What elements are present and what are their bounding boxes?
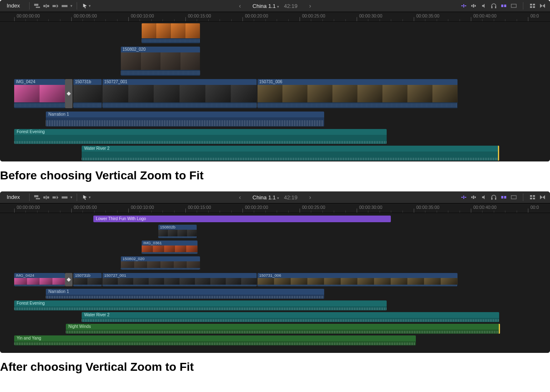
timeline-ruler[interactable]: 00:00:00:0000:00:05:0000:00:10:0000:00:1…: [0, 12, 550, 22]
overwrite-clip-icon[interactable]: [61, 2, 68, 9]
audio-clip[interactable]: Yin and Yang: [14, 335, 416, 345]
project-name[interactable]: China 1.1: [252, 194, 276, 201]
title-clip[interactable]: Lower Third Fun With Logo: [93, 216, 391, 222]
prev-edit-button[interactable]: ‹: [235, 2, 245, 9]
connected-clip[interactable]: 150802_020: [121, 47, 200, 76]
separator: [523, 2, 523, 10]
audio-clip[interactable]: Narration 1: [46, 112, 324, 127]
timeline-tracks[interactable]: Lower Third Fun With Logo 150802b IMG_03…: [0, 213, 550, 353]
primary-clip[interactable]: 150727_001: [102, 79, 257, 108]
svg-rect-29: [491, 198, 492, 200]
next-edit-button[interactable]: ›: [305, 2, 315, 9]
connected-clip[interactable]: IMG_0361: [142, 241, 198, 254]
clip-label: 150802b: [158, 225, 197, 230]
audio-clip[interactable]: Water River 2: [82, 312, 499, 322]
chevron-down-icon: ▾: [89, 195, 91, 199]
separator: [29, 194, 30, 201]
connected-clip[interactable]: 150802b: [158, 225, 197, 238]
svg-rect-4: [46, 4, 47, 8]
clip-label: Water River 2: [82, 146, 499, 151]
clip-appearance-icon[interactable]: [510, 3, 517, 9]
clip-label: IMG_0424: [14, 273, 65, 278]
clip-label: Narration 1: [46, 289, 324, 295]
svg-rect-33: [511, 196, 516, 199]
svg-rect-32: [504, 196, 506, 198]
timeline-ruler[interactable]: 00:00:00:0000:00:05:0000:00:10:0000:00:1…: [0, 203, 550, 213]
append-clip-icon[interactable]: [52, 2, 59, 9]
audio-clip[interactable]: Night Winds: [66, 324, 500, 334]
connected-clip[interactable]: [142, 23, 200, 43]
audio-clip[interactable]: Water River 2: [82, 146, 499, 161]
clip-label: 150731_006: [258, 273, 458, 278]
primary-clip[interactable]: 150731_006: [258, 273, 458, 286]
audio-skimming-icon[interactable]: [470, 3, 477, 9]
svg-rect-17: [530, 6, 532, 8]
primary-clip[interactable]: 150731_006: [258, 79, 458, 108]
primary-clip[interactable]: 150731b: [73, 79, 102, 108]
audio-clip[interactable]: Narration 1: [46, 289, 324, 299]
audio-clip[interactable]: Forest Evening: [14, 129, 387, 144]
index-button[interactable]: Index: [0, 0, 27, 12]
timeline-tracks[interactable]: 150802_020 IMG_0424 150731b: [0, 22, 550, 161]
effects-browser-icon[interactable]: [529, 194, 536, 200]
clip-appearance-icon[interactable]: [510, 194, 517, 200]
svg-rect-21: [43, 196, 45, 198]
transition-handle[interactable]: [65, 79, 72, 108]
transition-handle[interactable]: [65, 273, 72, 286]
transitions-browser-icon[interactable]: [539, 3, 546, 9]
svg-rect-22: [47, 196, 49, 198]
svg-rect-5: [52, 5, 56, 7]
tool-selector[interactable]: ▾: [80, 3, 93, 9]
separator: [77, 2, 77, 10]
svg-rect-25: [62, 196, 68, 198]
connect-clip-icon[interactable]: [34, 194, 40, 201]
headphones-icon[interactable]: [490, 194, 497, 200]
next-edit-button[interactable]: ›: [305, 194, 315, 201]
solo-icon[interactable]: [480, 194, 487, 200]
chevron-down-icon[interactable]: ▾: [70, 4, 72, 8]
svg-rect-35: [533, 195, 535, 197]
timeline-toolbar: Index ▾ ▾ ‹ China 1.1 ▾ 42:19 ›: [0, 0, 550, 12]
prev-edit-button[interactable]: ‹: [235, 194, 245, 201]
headphones-icon[interactable]: [490, 3, 497, 9]
svg-rect-18: [533, 6, 535, 8]
chevron-down-icon[interactable]: ▾: [70, 195, 72, 199]
svg-rect-14: [511, 4, 516, 7]
chevron-down-icon[interactable]: ▾: [277, 196, 279, 200]
skimming-icon[interactable]: [460, 3, 467, 9]
timecode-display: 42:19: [284, 3, 298, 9]
primary-clip[interactable]: 150731b: [73, 273, 102, 286]
primary-clip[interactable]: 150727_001: [102, 273, 257, 286]
svg-rect-15: [530, 4, 532, 5]
chevron-down-icon[interactable]: ▾: [277, 5, 279, 9]
svg-rect-13: [504, 5, 506, 7]
svg-rect-27: [473, 196, 474, 199]
svg-rect-28: [475, 196, 476, 198]
effects-browser-icon[interactable]: [529, 3, 536, 9]
audio-clip[interactable]: Forest Evening: [14, 300, 387, 310]
svg-rect-16: [533, 4, 535, 5]
skimming-icon[interactable]: [460, 194, 467, 200]
audio-skimming-icon[interactable]: [470, 194, 477, 200]
overwrite-clip-icon[interactable]: [61, 194, 68, 201]
transitions-browser-icon[interactable]: [539, 194, 546, 200]
snapping-icon[interactable]: [500, 3, 507, 9]
solo-icon[interactable]: [480, 3, 487, 9]
index-button[interactable]: Index: [0, 191, 27, 203]
insert-clip-icon[interactable]: [43, 2, 50, 9]
clip-label: 150802_020: [121, 256, 200, 261]
primary-clip[interactable]: IMG_0424: [14, 79, 65, 108]
svg-rect-20: [36, 198, 40, 199]
caption-before: Before choosing Vertical Zoom to Fit: [0, 169, 550, 182]
connected-clip[interactable]: 150802_020: [121, 256, 200, 270]
append-clip-icon[interactable]: [52, 194, 59, 201]
tool-selector[interactable]: ▾: [80, 194, 93, 200]
svg-rect-1: [36, 7, 40, 8]
primary-clip[interactable]: IMG_0424: [14, 273, 65, 286]
project-name[interactable]: China 1.1: [252, 3, 276, 9]
insert-clip-icon[interactable]: [43, 194, 50, 201]
separator: [29, 2, 30, 10]
svg-rect-3: [47, 5, 49, 7]
connect-clip-icon[interactable]: [34, 2, 40, 9]
snapping-icon[interactable]: [500, 194, 507, 200]
